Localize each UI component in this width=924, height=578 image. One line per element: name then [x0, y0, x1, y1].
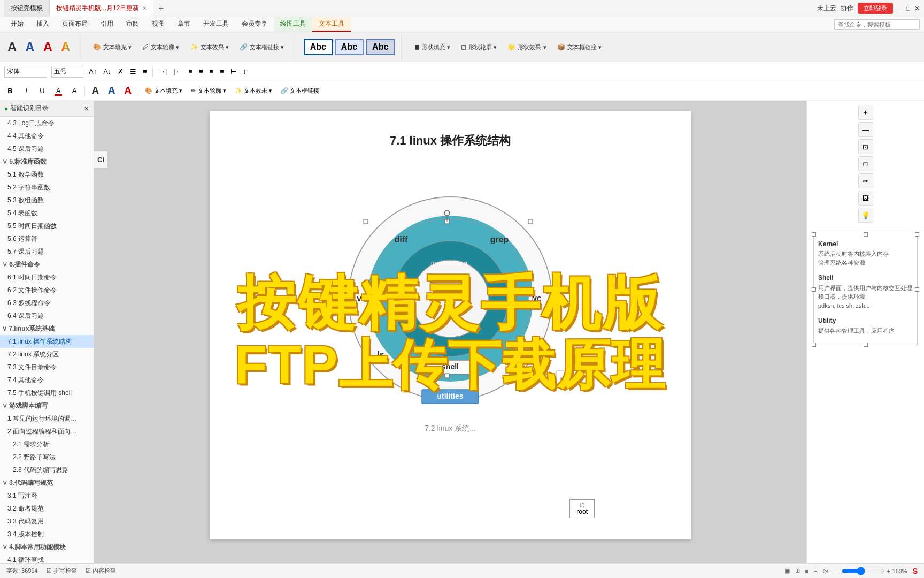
collab-btn[interactable]: 协作 [841, 4, 853, 13]
big-text-a3[interactable]: A [122, 85, 134, 97]
sidebar-item-14[interactable]: 6.3 多线程命令 [0, 296, 94, 309]
right-tool-image[interactable]: 🖼 [858, 191, 873, 206]
text-fill-btn[interactable]: 🎨 Kernel 文本填充 ▾ [89, 42, 136, 52]
sidebar-item-2[interactable]: 4.5 课后习题 [0, 142, 94, 155]
new-tab-button[interactable]: + [153, 0, 168, 17]
ribbon-tab-draw[interactable]: 绘图工具 [274, 17, 312, 32]
sidebar-item-25[interactable]: 2.1 需求分析 [0, 438, 94, 451]
sidebar-item-22[interactable]: ∨ 游戏脚本编写 [0, 399, 94, 412]
sidebar-item-20[interactable]: 7.4 其他命令 [0, 374, 94, 386]
tab-document[interactable]: 按钮精灵手机版...月12日更新 ✕ [50, 0, 153, 17]
font-name-input[interactable] [4, 66, 47, 78]
bold-btn[interactable]: B [4, 85, 16, 97]
sidebar-item-29[interactable]: 3.1 写注释 [0, 489, 94, 502]
big-a-regular[interactable]: A [4, 40, 20, 55]
sidebar-item-4[interactable]: 5.1 数学函数 [0, 168, 94, 181]
window-minimize[interactable]: ─ [897, 5, 902, 12]
align-right-btn[interactable]: ≡ [209, 67, 215, 75]
highlight-btn[interactable]: A [68, 85, 80, 97]
spell-check[interactable]: ☑ 拼写检查 [47, 567, 77, 575]
sidebar-item-3[interactable]: ∨ 5.标准库函数 [0, 155, 94, 168]
ribbon-tab-review[interactable]: 审阅 [120, 17, 145, 32]
text-fill-label[interactable]: 🎨 文本填充 ▾ [143, 87, 184, 95]
tab-close-icon[interactable]: ✕ [142, 5, 147, 11]
line-spacing-btn[interactable]: ↕ [242, 67, 248, 75]
sidebar-item-23[interactable]: 1.常见的运行环境的调试问... [0, 412, 86, 425]
sidebar-item-6[interactable]: 5.3 数组函数 [0, 194, 94, 207]
decrease-font-btn[interactable]: A↓ [102, 67, 112, 75]
sidebar-item-11[interactable]: ∨ 6.插件命令 [0, 258, 94, 271]
sidebar-item-16[interactable]: ∨ 7.linux系统基础 [0, 322, 94, 335]
right-tool-shape[interactable]: □ [858, 156, 873, 171]
big-a-red[interactable]: A [40, 40, 56, 55]
ribbon-tab-start[interactable]: 开始 [4, 17, 30, 32]
sidebar-item-7[interactable]: 5.4 表函数 [0, 207, 94, 219]
sidebar-item-9[interactable]: 5.6 运算符 [0, 232, 94, 245]
sidebar-item-26[interactable]: 2.2 野路子写法 [0, 451, 94, 463]
view-normal-btn[interactable]: ▣ [784, 567, 790, 574]
italic-btn[interactable]: I [20, 85, 32, 97]
ribbon-tab-view[interactable]: 视图 [145, 17, 171, 32]
indent-out-btn[interactable]: |← [172, 67, 183, 75]
justify-btn[interactable]: ≡ [219, 67, 226, 75]
shape-outline-btn[interactable]: ◻ 形状轮廓 ▾ [457, 42, 501, 52]
text-effect-label[interactable]: ✨ 文本效果 ▾ [233, 87, 274, 95]
ribbon-tab-ref[interactable]: 引用 [94, 17, 120, 32]
sidebar-item-33[interactable]: ∨ 4.脚本常用功能模块 [0, 541, 94, 553]
sidebar-item-24[interactable]: 2.面向过程编程和面向对象... [0, 425, 86, 438]
search-input[interactable] [834, 19, 920, 30]
increase-font-btn[interactable]: A↑ [88, 67, 98, 75]
right-tool-fit[interactable]: ⊡ [858, 139, 873, 154]
text-effect-btn[interactable]: ✨ 文本效果 ▾ [186, 42, 233, 52]
textbox-link-label[interactable]: 🔗 文本框链接 [279, 87, 321, 95]
shape-effect-btn[interactable]: 🌟 形状效果 ▾ [503, 42, 550, 52]
tabstop-btn[interactable]: ⊢ [229, 67, 237, 75]
ribbon-tab-text[interactable]: 文本工具 [312, 17, 351, 32]
font-color-btn[interactable]: A [52, 85, 64, 97]
clear-format-btn[interactable]: ✗ [117, 67, 125, 75]
ribbon-tab-chapter[interactable]: 章节 [171, 17, 197, 32]
sidebar-item-13[interactable]: 6.2 文件操作命令 [0, 284, 94, 296]
sidebar-item-17[interactable]: 7.1 linux 操作系统结构 [0, 335, 94, 348]
big-a-gradient[interactable]: A [58, 40, 73, 55]
big-text-a1[interactable]: A [89, 85, 101, 97]
window-close[interactable]: ✕ [914, 5, 920, 12]
zoom-in-btn[interactable]: + [887, 568, 890, 574]
sidebar-item-19[interactable]: 7.3 文件目录命令 [0, 361, 94, 374]
sidebar-item-15[interactable]: 6.4 课后习题 [0, 309, 94, 322]
indent-in-btn[interactable]: →| [157, 67, 168, 75]
sidebar-item-8[interactable]: 5.5 时间日期函数 [0, 219, 94, 232]
zoom-out-btn[interactable]: — [834, 568, 840, 574]
abc-style-3[interactable]: Abc [366, 39, 395, 55]
view-outline-btn[interactable]: Ξ [814, 568, 818, 574]
big-a-blue[interactable]: A [22, 40, 37, 55]
sidebar-item-31[interactable]: 3.3 代码复用 [0, 515, 94, 528]
right-tool-paint[interactable]: ✏ [858, 173, 873, 188]
align-left-btn[interactable]: ≡ [188, 67, 194, 75]
textbox-extra-btn[interactable]: 📦 文本框链接 ▾ [553, 42, 606, 52]
textbox-link-btn[interactable]: 🔗 文本框链接 ▾ [235, 42, 288, 52]
sidebar-item-32[interactable]: 3.4 版本控制 [0, 528, 94, 541]
sidebar-item-0[interactable]: 4.3 Log日志命令 [0, 117, 94, 130]
shape-fill-btn[interactable]: ◼ 形状填充 ▾ [410, 42, 455, 52]
abc-style-1[interactable]: Abc [304, 39, 333, 55]
text-outline-label[interactable]: ✏ 文本轮廓 ▾ [189, 87, 228, 95]
right-tool-zoomin[interactable]: ＋ [858, 105, 873, 120]
view-focus-btn[interactable]: ◎ [823, 567, 828, 574]
right-tool-lightbulb[interactable]: 💡 [858, 208, 873, 223]
big-text-a2[interactable]: A [105, 85, 117, 97]
ribbon-tab-insert[interactable]: 插入 [30, 17, 56, 32]
tab-template[interactable]: 按钮壳模板 [4, 0, 50, 17]
login-button[interactable]: 立即登录 [858, 3, 893, 14]
sidebar-item-30[interactable]: 3.2 命名规范 [0, 502, 94, 515]
sidebar-item-27[interactable]: 2.3 代码的编写思路 [0, 463, 94, 476]
num-list-btn[interactable]: ≡ [142, 67, 148, 75]
sidebar-item-12[interactable]: 6.1 时间日期命令 [0, 271, 94, 284]
ribbon-tab-dev[interactable]: 开发工具 [197, 17, 235, 32]
align-center-btn[interactable]: ≡ [198, 67, 204, 75]
sidebar-item-5[interactable]: 5.2 字符串函数 [0, 181, 94, 194]
sidebar-item-1[interactable]: 4.4 其他命令 [0, 130, 94, 142]
text-outline-btn[interactable]: 🖊 文本轮廓 ▾ [138, 42, 183, 52]
sidebar-item-34[interactable]: 4.1 循环查找 [0, 553, 94, 563]
ribbon-tab-vip[interactable]: 会员专享 [235, 17, 274, 32]
